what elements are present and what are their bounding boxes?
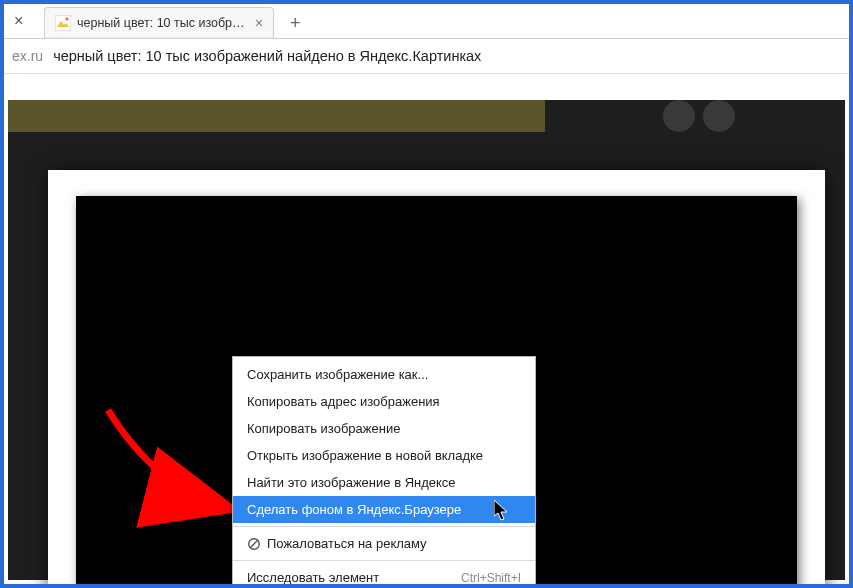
context-menu-item[interactable]: Копировать адрес изображения [233, 388, 535, 415]
tab-favicon-icon [55, 15, 71, 31]
context-menu-separator [233, 526, 535, 527]
app-frame: GuideComp.ru × черный цвет: 10 тыс изобр… [0, 0, 853, 588]
svg-line-5 [250, 540, 257, 547]
context-menu-item[interactable]: Копировать изображение [233, 415, 535, 442]
context-menu-item-label: Сделать фоном в Яндекс.Браузере [247, 502, 461, 517]
prev-tab-close-icon[interactable]: × [14, 12, 23, 30]
browser-tab[interactable]: черный цвет: 10 тыс изображений × [44, 7, 274, 38]
context-menu: Сохранить изображение как...Копировать а… [232, 356, 536, 588]
toolbar-gap [4, 74, 849, 98]
context-menu-item-label: Сохранить изображение как... [247, 367, 428, 382]
context-menu-item[interactable]: Открыть изображение в новой вкладке [233, 442, 535, 469]
address-domain: ex.ru [12, 48, 43, 64]
svg-point-2 [65, 17, 68, 20]
prohibit-icon [247, 537, 261, 551]
search-bar-hint [8, 100, 545, 132]
new-tab-button[interactable]: + [280, 8, 310, 38]
context-menu-shortcut: Ctrl+Shift+I [461, 571, 521, 585]
context-menu-item-label: Найти это изображение в Яндексе [247, 475, 456, 490]
context-menu-item[interactable]: Найти это изображение в Яндексе [233, 469, 535, 496]
context-menu-item-label: Открыть изображение в новой вкладке [247, 448, 483, 463]
context-menu-item-label: Копировать изображение [247, 421, 400, 436]
tab-title: черный цвет: 10 тыс изображений [77, 16, 247, 30]
context-menu-item-label: Пожаловаться на рекламу [267, 536, 427, 551]
context-menu-item[interactable]: Сохранить изображение как... [233, 361, 535, 388]
context-menu-item[interactable]: Исследовать элементCtrl+Shift+I [233, 564, 535, 588]
tab-close-icon[interactable]: × [255, 15, 263, 31]
avatar-placeholder-icon [703, 100, 735, 132]
avatar-placeholder-icon [663, 100, 695, 132]
page-viewport: Сохранить изображение как...Копировать а… [8, 100, 845, 580]
context-menu-item[interactable]: Пожаловаться на рекламу [233, 530, 535, 557]
context-menu-separator [233, 560, 535, 561]
address-bar[interactable]: ex.ru черный цвет: 10 тыс изображений на… [4, 39, 849, 74]
tab-strip: × черный цвет: 10 тыс изображений × + [4, 4, 849, 39]
context-menu-item-label: Исследовать элемент [247, 570, 379, 585]
context-menu-item-label: Копировать адрес изображения [247, 394, 440, 409]
address-page-title: черный цвет: 10 тыс изображений найдено … [53, 48, 481, 64]
svg-rect-0 [55, 15, 71, 31]
context-menu-item[interactable]: Сделать фоном в Яндекс.Браузере [233, 496, 535, 523]
